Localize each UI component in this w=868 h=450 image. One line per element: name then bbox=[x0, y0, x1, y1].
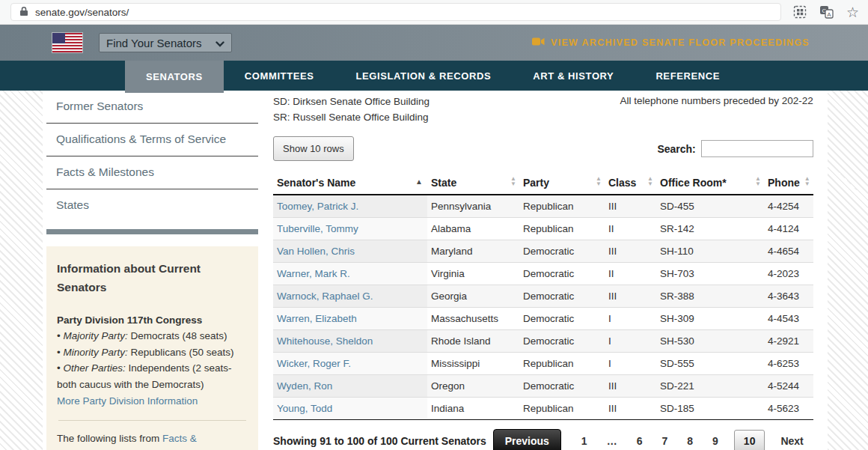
sidebar-item-label: Facts & Milestones bbox=[56, 165, 154, 178]
sidebar-nav: Former Senators Qualifications & Terms o… bbox=[46, 91, 258, 222]
table-row: Whitehouse, Sheldon Rhode Island Democra… bbox=[273, 330, 813, 353]
senator-name-link[interactable]: Young, Todd bbox=[277, 403, 332, 414]
party-label: Other Parties: bbox=[63, 362, 125, 374]
pagination: Previous 1 … 6 7 8 9 10 bbox=[493, 429, 813, 450]
senator-name-link[interactable]: Van Hollen, Chris bbox=[277, 246, 355, 257]
cell-party: Democratic bbox=[519, 285, 605, 307]
translate-icon[interactable]: GA bbox=[819, 5, 834, 19]
cell-office-room: SH-530 bbox=[656, 330, 764, 352]
us-flag-icon bbox=[52, 33, 82, 52]
cell-party: Democratic bbox=[519, 375, 605, 397]
party-division-bullet: • Other Parties: Independents (2 seats-b… bbox=[57, 360, 248, 392]
cell-senator-name: Wicker, Roger F. bbox=[273, 353, 427, 374]
senator-name-link[interactable]: Tuberville, Tommy bbox=[277, 223, 358, 234]
cell-office-room: SR-388 bbox=[656, 285, 764, 307]
sidebar-item[interactable]: States bbox=[46, 189, 258, 222]
cell-senator-name: Van Hollen, Chris bbox=[273, 240, 427, 262]
pagination-item[interactable]: 10 bbox=[734, 430, 765, 450]
sort-both-icon: ▲▼ bbox=[596, 176, 602, 186]
senator-name-link[interactable]: Wyden, Ron bbox=[277, 380, 332, 392]
sidebar-item[interactable]: Facts & Milestones bbox=[46, 156, 258, 189]
senator-name-link[interactable]: Whitehouse, Sheldon bbox=[277, 335, 373, 347]
pagination-item[interactable]: 1 bbox=[581, 435, 587, 447]
column-header-phone[interactable]: Phone▲▼ bbox=[764, 172, 813, 194]
table-row: Tuberville, Tommy Alabama Republican II … bbox=[273, 218, 813, 240]
cell-party: Republican bbox=[519, 195, 605, 217]
column-header-office-room[interactable]: Office Room*▲▼ bbox=[656, 172, 764, 194]
party-value: Republicans (50 seats) bbox=[128, 347, 234, 358]
table-row: Wyden, Ron Oregon Democratic III SD-221 … bbox=[273, 375, 813, 398]
pagination-item[interactable]: Next bbox=[780, 435, 803, 447]
table-row: Young, Todd Indiana Republican III SD-18… bbox=[273, 398, 813, 420]
cell-class: III bbox=[605, 375, 656, 397]
svg-text:A: A bbox=[827, 11, 831, 18]
pagination-item[interactable]: 8 bbox=[687, 435, 693, 447]
pagination-item[interactable]: 7 bbox=[661, 435, 667, 447]
sidebar-divider-bar bbox=[46, 229, 258, 234]
senator-name-link[interactable]: Warner, Mark R. bbox=[277, 268, 350, 279]
showing-results-text: Showing 91 to 100 of 100 Current Senator… bbox=[273, 435, 486, 447]
nav-item-label: COMMITTEES bbox=[245, 70, 314, 82]
table-row: Warnock, Raphael G. Georgia Democratic I… bbox=[273, 285, 813, 308]
senator-name-link[interactable]: Toomey, Patrick J. bbox=[277, 201, 358, 212]
cell-phone: 4-5623 bbox=[764, 398, 813, 419]
chevron-down-icon bbox=[216, 37, 224, 49]
nav-item[interactable]: SENATORS bbox=[125, 61, 224, 93]
party-division-bullet: • Majority Party: Democrats (48 seats) bbox=[57, 328, 248, 344]
nav-item[interactable]: LEGISLATION & RECORDS bbox=[335, 61, 513, 91]
nav-item[interactable]: REFERENCE bbox=[635, 61, 741, 91]
page-background: Former Senators Qualifications & Terms o… bbox=[0, 91, 868, 450]
party-label: Minority Party: bbox=[63, 347, 127, 358]
senators-table-section: SD: Dirksen Senate Office Building SR: R… bbox=[265, 91, 828, 450]
cell-state: Georgia bbox=[427, 285, 519, 307]
party-label: Majority Party: bbox=[63, 330, 127, 341]
cell-class: II bbox=[605, 263, 656, 285]
more-party-division-link[interactable]: More Party Division Information bbox=[57, 395, 198, 407]
senator-name-link[interactable]: Warnock, Raphael G. bbox=[277, 291, 373, 302]
cell-office-room: SD-455 bbox=[656, 195, 764, 217]
table-row: Wicker, Roger F. Mississippi Republican … bbox=[273, 353, 813, 375]
cell-senator-name: Warnock, Raphael G. bbox=[273, 285, 427, 307]
cell-state: Alabama bbox=[427, 218, 519, 240]
senator-name-link[interactable]: Wicker, Roger F. bbox=[277, 358, 351, 369]
cell-class: I bbox=[605, 330, 656, 352]
nav-item[interactable]: ART & HISTORY bbox=[512, 61, 635, 91]
party-division-title: Party Division 117th Congress bbox=[57, 312, 248, 329]
table-body: Toomey, Patrick J. Pennsylvania Republic… bbox=[273, 195, 813, 420]
bookmark-star-icon[interactable]: ☆ bbox=[846, 5, 859, 19]
column-header-class[interactable]: Class▲▼ bbox=[605, 172, 656, 194]
facts-note-text: The following lists from bbox=[57, 433, 162, 444]
search-input[interactable] bbox=[701, 140, 813, 157]
cell-state: Massachusetts bbox=[427, 308, 519, 329]
archived-proceedings-link[interactable]: VIEW ARCHIVED SENATE FLOOR PROCEEDINGS bbox=[532, 37, 810, 48]
site-header: Find Your Senators VIEW ARCHIVED SENATE … bbox=[0, 25, 868, 61]
nav-item-label: ART & HISTORY bbox=[533, 70, 614, 82]
address-bar[interactable]: senate.gov/senators/ bbox=[10, 3, 781, 21]
extensions-icon[interactable] bbox=[793, 5, 807, 19]
pagination-item[interactable]: 6 bbox=[637, 435, 643, 447]
cell-state: Indiana bbox=[427, 398, 519, 419]
cell-phone: 4-5244 bbox=[764, 375, 813, 397]
pagination-item[interactable]: Previous bbox=[493, 429, 561, 450]
sidebar-item[interactable]: Qualifications & Terms of Service bbox=[46, 124, 258, 156]
legend-sr: SR: Russell Senate Office Building bbox=[273, 109, 813, 125]
column-header-state[interactable]: State▲▼ bbox=[427, 172, 519, 194]
show-rows-button[interactable]: Show 10 rows bbox=[273, 136, 354, 161]
table-header-row: Senator's Name▲ State▲▼ Party▲▼ Class▲▼ … bbox=[273, 172, 813, 195]
cell-phone: 4-4654 bbox=[764, 240, 813, 262]
nav-item[interactable]: COMMITTEES bbox=[224, 61, 335, 91]
sort-both-icon: ▲▼ bbox=[510, 176, 516, 186]
find-your-senators-select[interactable]: Find Your Senators bbox=[99, 33, 232, 52]
cell-office-room: SD-221 bbox=[656, 375, 764, 397]
cell-party: Republican bbox=[519, 353, 605, 374]
find-your-senators-label: Find Your Senators bbox=[106, 37, 202, 49]
sidebar-item[interactable]: Former Senators bbox=[46, 91, 258, 124]
senator-name-link[interactable]: Warren, Elizabeth bbox=[277, 313, 357, 324]
column-header-party[interactable]: Party▲▼ bbox=[519, 172, 605, 194]
pagination-item[interactable]: 9 bbox=[712, 435, 718, 447]
cell-phone: 4-3643 bbox=[764, 285, 813, 307]
cell-senator-name: Warner, Mark R. bbox=[273, 263, 427, 285]
cell-office-room: SH-110 bbox=[656, 240, 764, 262]
cell-class: I bbox=[605, 308, 656, 329]
column-header-senators-name[interactable]: Senator's Name▲ bbox=[273, 172, 427, 194]
